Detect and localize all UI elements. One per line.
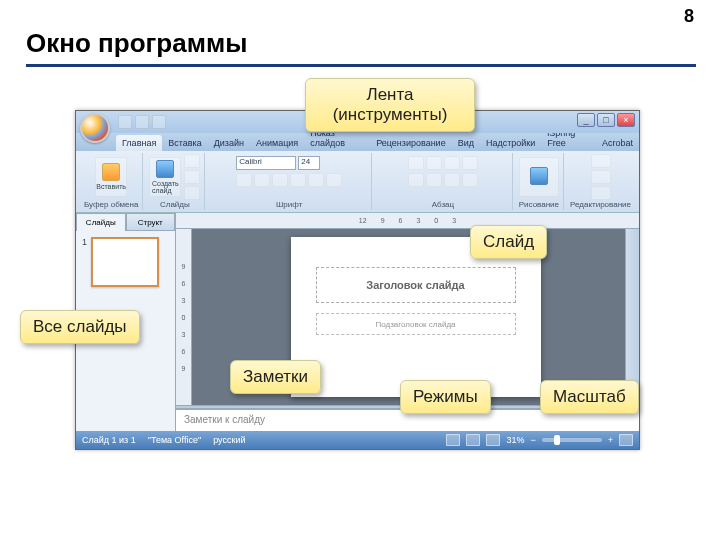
align-right-button[interactable] <box>444 173 460 187</box>
group-label-font: Шрифт <box>276 200 302 209</box>
group-label-slides: Слайды <box>160 200 190 209</box>
group-label-paragraph: Абзац <box>432 200 454 209</box>
tab-view[interactable]: Вид <box>452 135 480 151</box>
bold-button[interactable] <box>236 173 252 187</box>
title-placeholder[interactable]: Заголовок слайда <box>316 267 516 303</box>
ribbon-group-paragraph: Абзац <box>374 153 513 210</box>
shapes-icon <box>530 167 548 185</box>
paste-icon <box>102 163 120 181</box>
font-color-button[interactable] <box>326 173 342 187</box>
ribbon-group-clipboard: Вставить Буфер обмена <box>80 153 143 210</box>
group-label-editing: Редактирование <box>570 200 631 209</box>
qat-save-icon[interactable] <box>118 115 132 129</box>
view-normal-button[interactable] <box>446 434 460 446</box>
thumb-tab-slides[interactable]: Слайды <box>76 213 126 231</box>
maximize-button[interactable]: □ <box>597 113 615 127</box>
callout-views: Режимы <box>400 380 491 414</box>
qat-undo-icon[interactable] <box>135 115 149 129</box>
underline-button[interactable] <box>272 173 288 187</box>
title-underline <box>26 64 696 67</box>
new-slide-label: Создать слайд <box>152 180 179 194</box>
find-button[interactable] <box>591 154 611 168</box>
ribbon-group-drawing: Рисование <box>515 153 564 210</box>
ribbon-tabs: Главная Вставка Дизайн Анимация Показ сл… <box>76 133 639 151</box>
callout-zoom: Масштаб <box>540 380 639 414</box>
columns-button[interactable] <box>462 173 478 187</box>
subtitle-placeholder[interactable]: Подзаголовок слайда <box>316 313 516 335</box>
page-number: 8 <box>684 6 694 27</box>
thumb-preview <box>91 237 159 287</box>
tab-addins[interactable]: Надстройки <box>480 135 541 151</box>
indent-dec-button[interactable] <box>444 156 460 170</box>
status-language[interactable]: русский <box>213 435 245 445</box>
minimize-button[interactable]: _ <box>577 113 595 127</box>
view-slideshow-button[interactable] <box>486 434 500 446</box>
office-button[interactable] <box>80 113 110 143</box>
quick-access-toolbar <box>118 115 166 129</box>
indent-inc-button[interactable] <box>462 156 478 170</box>
new-slide-icon <box>156 160 174 178</box>
tab-design[interactable]: Дизайн <box>208 135 250 151</box>
numbering-button[interactable] <box>426 156 442 170</box>
status-slide-count: Слайд 1 из 1 <box>82 435 136 445</box>
shadow-button[interactable] <box>308 173 324 187</box>
qat-redo-icon[interactable] <box>152 115 166 129</box>
ribbon-group-slides: Создать слайд Слайды <box>145 153 205 210</box>
slide-thumbnail[interactable]: 1 <box>82 237 169 287</box>
select-button[interactable] <box>591 186 611 200</box>
status-bar: Слайд 1 из 1 "Тема Office" русский 31% −… <box>76 431 639 449</box>
tab-insert[interactable]: Вставка <box>162 135 207 151</box>
status-theme: "Тема Office" <box>148 435 201 445</box>
thumb-number: 1 <box>82 237 87 287</box>
callout-notes: Заметки <box>230 360 321 394</box>
thumb-tabs: Слайды Структ <box>76 213 175 231</box>
italic-button[interactable] <box>254 173 270 187</box>
ribbon-group-editing: Редактирование <box>566 153 635 210</box>
vertical-ruler: 9630369 <box>176 229 192 405</box>
current-slide: Заголовок слайда Подзаголовок слайда <box>291 237 541 397</box>
paste-label: Вставить <box>96 183 126 190</box>
tab-acrobat[interactable]: Acrobat <box>596 135 639 151</box>
window-controls: _ □ × <box>577 113 635 127</box>
align-center-button[interactable] <box>426 173 442 187</box>
view-sorter-button[interactable] <box>466 434 480 446</box>
zoom-slider[interactable] <box>542 438 602 442</box>
strike-button[interactable] <box>290 173 306 187</box>
paste-button[interactable]: Вставить <box>95 157 127 197</box>
horizontal-ruler: 1296303 <box>176 213 639 229</box>
callout-ribbon: Лента (инструменты) <box>305 78 475 132</box>
layout-button[interactable] <box>184 154 200 168</box>
drawing-button[interactable] <box>519 157 559 197</box>
zoom-in-button[interactable]: + <box>608 435 613 445</box>
close-button[interactable]: × <box>617 113 635 127</box>
tab-animation[interactable]: Анимация <box>250 135 304 151</box>
reset-button[interactable] <box>184 170 200 184</box>
zoom-level[interactable]: 31% <box>506 435 524 445</box>
group-label-drawing: Рисование <box>519 200 559 209</box>
align-left-button[interactable] <box>408 173 424 187</box>
ribbon: Вставить Буфер обмена Создать слайд Слай… <box>76 151 639 213</box>
callout-slide: Слайд <box>470 225 547 259</box>
tab-review[interactable]: Рецензирование <box>370 135 452 151</box>
font-size-select[interactable]: 24 <box>298 156 320 170</box>
callout-all-slides: Все слайды <box>20 310 140 344</box>
zoom-out-button[interactable]: − <box>530 435 535 445</box>
ribbon-group-font: Calibri 24 Шрифт <box>207 153 372 210</box>
delete-button[interactable] <box>184 186 200 200</box>
group-label-clipboard: Буфер обмена <box>84 200 138 209</box>
replace-button[interactable] <box>591 170 611 184</box>
bullets-button[interactable] <box>408 156 424 170</box>
new-slide-button[interactable]: Создать слайд <box>149 157 181 197</box>
zoom-fit-button[interactable] <box>619 434 633 446</box>
vertical-scrollbar[interactable] <box>625 229 639 405</box>
thumb-tab-outline[interactable]: Структ <box>126 213 176 231</box>
font-family-select[interactable]: Calibri <box>236 156 296 170</box>
tab-home[interactable]: Главная <box>116 135 162 151</box>
page-title: Окно программы <box>26 28 247 59</box>
